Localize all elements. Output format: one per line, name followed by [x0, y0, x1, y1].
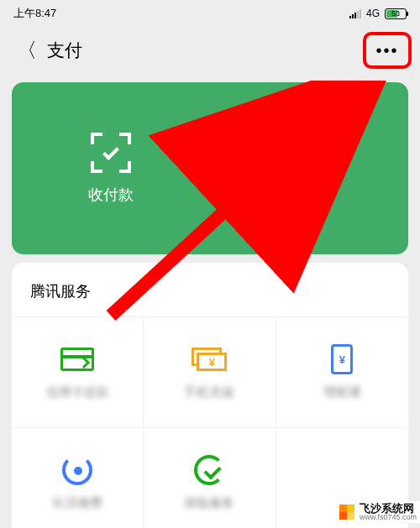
service-credit-card[interactable]: 信用卡还款 [12, 316, 144, 427]
coupon-icon: ¥ [192, 348, 227, 371]
watermark-logo-icon [339, 504, 354, 520]
payment-card: 收付款 钱包 ￥0.00 [12, 82, 408, 254]
battery-icon: 53 [385, 8, 407, 19]
service-label: 生活缴费 [52, 495, 102, 511]
status-bar: 上午8:47 4G 53 [0, 0, 420, 27]
wallet-balance: ￥0.00 [291, 201, 326, 217]
status-time: 上午8:47 [13, 6, 56, 21]
receive-pay-button[interactable]: 收付款 [12, 82, 210, 254]
wallet-button[interactable]: 钱包 ￥0.00 [210, 82, 408, 254]
service-finance[interactable]: 生活缴费 [12, 427, 144, 528]
wallet-label: 钱包 [294, 170, 324, 190]
network-label: 4G [366, 8, 380, 19]
service-label: 手机充值 [184, 384, 234, 400]
check-circle-icon [194, 455, 224, 485]
services-grid: 信用卡还款 ¥ 手机充值 ¥ 理财通 生活缴费 保险服务 [12, 316, 408, 528]
service-insurance[interactable]: 保险服务 [144, 427, 276, 528]
card-icon [60, 348, 94, 371]
phone-icon: ¥ [331, 344, 353, 374]
page-title: 支付 [47, 39, 82, 62]
watermark: 飞沙系统网 www.fs0745.com [336, 501, 420, 523]
service-phone-recharge[interactable]: ¥ 理财通 [276, 316, 408, 427]
nav-header: 〈 支付 ••• [0, 27, 420, 74]
service-label: 理财通 [323, 384, 361, 400]
wallet-icon [287, 126, 331, 158]
swirl-icon [62, 455, 92, 485]
service-label: 保险服务 [184, 495, 234, 511]
signal-icon [349, 8, 361, 18]
watermark-url: www.fs0745.com [360, 514, 417, 521]
blank-icon [323, 463, 360, 494]
section-title: 腾讯服务 [12, 281, 408, 316]
more-button[interactable]: ••• [366, 35, 408, 65]
scan-icon [91, 133, 131, 173]
service-coupon[interactable]: ¥ 手机充值 [144, 316, 276, 427]
service-label: 信用卡还款 [46, 384, 109, 400]
status-right: 4G 53 [349, 8, 407, 19]
receive-pay-label: 收付款 [88, 185, 134, 205]
back-button[interactable]: 〈 [10, 34, 44, 67]
tencent-services-section: 腾讯服务 信用卡还款 ¥ 手机充值 ¥ 理财通 生活缴费 保险服务 [12, 263, 408, 528]
